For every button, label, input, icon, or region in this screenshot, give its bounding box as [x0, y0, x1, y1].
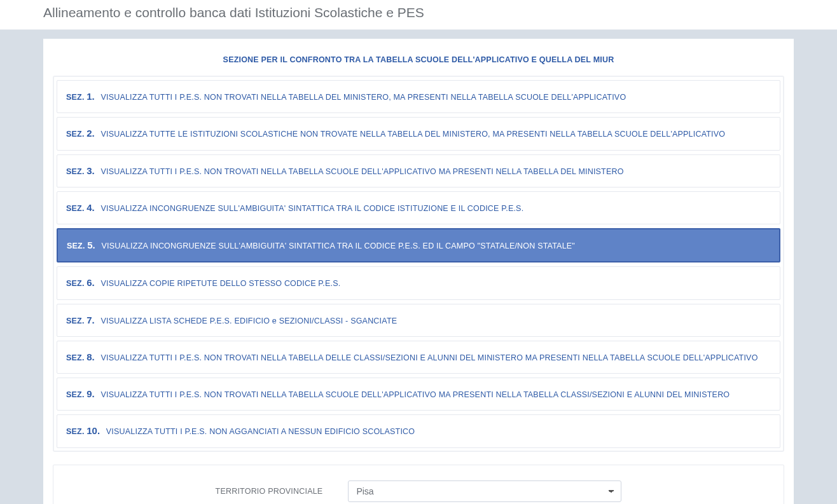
- section-number: 8.: [86, 351, 95, 362]
- panel-title: SEZIONE PER IL CONFRONTO TRA LA TABELLA …: [53, 55, 784, 64]
- section-prefix: SEZ.: [66, 167, 86, 176]
- section-item-sez-1[interactable]: SEZ. 1. VISUALIZZA TUTTI I P.E.S. NON TR…: [57, 80, 780, 113]
- section-number: 2.: [86, 128, 95, 139]
- section-accordion: SEZ. 1. VISUALIZZA TUTTI I P.E.S. NON TR…: [53, 76, 784, 452]
- top-bar: Allineamento e controllo banca dati Isti…: [0, 0, 837, 30]
- section-description: VISUALIZZA INCONGRUENZE SULL'AMBIGUITA' …: [99, 204, 524, 213]
- section-item-sez-4[interactable]: SEZ. 4. VISUALIZZA INCONGRUENZE SULL'AMB…: [57, 191, 780, 224]
- section-description: VISUALIZZA TUTTI I P.E.S. NON TROVATI NE…: [99, 353, 758, 362]
- filter-panel: TERRITORIO PROVINCIALE Pisa CERCA: [53, 465, 784, 505]
- section-item-sez-3[interactable]: SEZ. 3. VISUALIZZA TUTTI I P.E.S. NON TR…: [57, 154, 780, 187]
- section-item-sez-6[interactable]: SEZ. 6. VISUALIZZA COPIE RIPETUTE DELLO …: [57, 266, 780, 299]
- section-prefix: SEZ.: [66, 390, 86, 399]
- section-description: VISUALIZZA INCONGRUENZE SULL'AMBIGUITA' …: [99, 242, 575, 250]
- section-prefix: SEZ.: [67, 242, 87, 250]
- section-number: 7.: [86, 315, 95, 325]
- territorio-select[interactable]: Pisa: [348, 480, 621, 502]
- main-panel: SEZIONE PER IL CONFRONTO TRA LA TABELLA …: [43, 39, 794, 504]
- section-description: VISUALIZZA TUTTI I P.E.S. NON TROVATI NE…: [99, 167, 624, 176]
- filter-row: TERRITORIO PROVINCIALE Pisa: [66, 480, 771, 502]
- section-number: 1.: [86, 91, 95, 102]
- page-title: Allineamento e controllo banca dati Isti…: [43, 5, 837, 20]
- section-prefix: SEZ.: [66, 93, 86, 102]
- section-item-sez-9[interactable]: SEZ. 9. VISUALIZZA TUTTI I P.E.S. NON TR…: [57, 378, 780, 411]
- section-number: 4.: [86, 202, 95, 213]
- section-description: VISUALIZZA TUTTI I P.E.S. NON AGGANCIATI…: [104, 427, 415, 436]
- section-description: VISUALIZZA TUTTI I P.E.S. NON TROVATI NE…: [99, 93, 626, 102]
- section-prefix: SEZ.: [66, 353, 86, 362]
- section-item-sez-7[interactable]: SEZ. 7. VISUALIZZA LISTA SCHEDE P.E.S. E…: [57, 304, 780, 337]
- section-prefix: SEZ.: [66, 204, 86, 213]
- section-prefix: SEZ.: [66, 317, 86, 325]
- section-number: 3.: [86, 165, 95, 176]
- section-description: VISUALIZZA LISTA SCHEDE P.E.S. EDIFICIO …: [99, 317, 397, 325]
- section-item-sez-5[interactable]: SEZ. 5. VISUALIZZA INCONGRUENZE SULL'AMB…: [57, 228, 780, 262]
- filter-label-territorio: TERRITORIO PROVINCIALE: [216, 487, 323, 496]
- section-prefix: SEZ.: [66, 279, 86, 288]
- section-description: VISUALIZZA TUTTI I P.E.S. NON TROVATI NE…: [99, 390, 730, 399]
- section-item-sez-2[interactable]: SEZ. 2. VISUALIZZA TUTTE LE ISTITUZIONI …: [57, 117, 780, 150]
- section-description: VISUALIZZA TUTTE LE ISTITUZIONI SCOLASTI…: [99, 130, 725, 139]
- section-prefix: SEZ.: [66, 130, 86, 139]
- section-item-sez-8[interactable]: SEZ. 8. VISUALIZZA TUTTI I P.E.S. NON TR…: [57, 341, 780, 374]
- section-number: 10.: [86, 425, 100, 436]
- section-number: 5.: [87, 240, 95, 250]
- section-number: 9.: [86, 388, 95, 399]
- section-number: 6.: [86, 277, 95, 288]
- section-item-sez-10[interactable]: SEZ. 10. VISUALIZZA TUTTI I P.E.S. NON A…: [57, 414, 780, 447]
- section-prefix: SEZ.: [66, 427, 86, 436]
- section-description: VISUALIZZA COPIE RIPETUTE DELLO STESSO C…: [99, 279, 341, 288]
